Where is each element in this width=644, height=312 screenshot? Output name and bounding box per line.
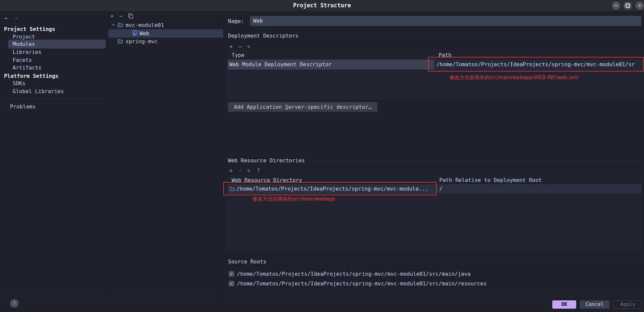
web-facet-icon: [132, 30, 138, 36]
web-resource-directories-title: Web Resource Directories: [228, 157, 305, 164]
annotation-box-directory: [223, 182, 437, 195]
close-icon: ✕: [638, 3, 641, 8]
dd-col-type[interactable]: Type: [232, 51, 245, 60]
sidebar-item-global-libraries[interactable]: Global Libraries: [13, 88, 64, 95]
wrd-edit-icon[interactable]: ✎: [247, 167, 250, 174]
apply-button[interactable]: Apply: [613, 300, 642, 309]
tree-item-web[interactable]: Web: [140, 30, 149, 37]
sidebar-item-sdks[interactable]: SDKs: [13, 80, 26, 87]
sidebar-item-modules[interactable]: Modules: [13, 41, 35, 48]
sidebar-item-artifacts[interactable]: Artifacts: [13, 64, 42, 72]
source-root-checkbox[interactable]: ✔: [229, 271, 234, 277]
back-arrow-icon[interactable]: ←: [5, 15, 8, 21]
wrd-col-path[interactable]: Path Relative to Deployment Root: [439, 176, 542, 184]
add-app-server-descriptor-button[interactable]: Add Application Server-specific descript…: [228, 102, 377, 112]
module-icon: [118, 22, 123, 28]
wrd-add-icon[interactable]: +: [229, 167, 233, 174]
section-platform-settings: Platform Settings: [4, 73, 58, 79]
source-root-checkbox[interactable]: ✔: [229, 281, 234, 286]
tree-remove-icon[interactable]: −: [119, 13, 123, 19]
source-root-path-java: /home/Tomatos/Projects/IdeaProjects/spri…: [237, 271, 471, 277]
sidebar-divider: [108, 11, 108, 312]
dd-row-type-cell[interactable]: Web Module Deployment Descriptor: [228, 60, 434, 70]
module-icon: [118, 38, 123, 44]
minimize-icon: −: [615, 3, 617, 8]
dd-remove-icon[interactable]: −: [238, 43, 242, 50]
chevron-down-icon[interactable]: [112, 24, 115, 26]
tree-item-mvc-module01[interactable]: mvc-module01: [126, 22, 164, 29]
maximize-button[interactable]: [624, 2, 632, 10]
maximize-icon: [626, 4, 630, 8]
deployment-descriptors-title: Deployment Descriptors: [228, 33, 298, 39]
tree-selection-highlight: [108, 29, 223, 38]
annotation-box-path: [428, 57, 644, 72]
source-roots-title: Source Roots: [228, 258, 267, 265]
check-icon: ✔: [230, 271, 233, 276]
title-bar: Project Structure − ✕: [0, 0, 644, 12]
section-project-settings: Project Settings: [4, 26, 55, 33]
tree-toolbar-separator: [108, 21, 223, 21]
sidebar-item-project[interactable]: Project: [13, 33, 35, 41]
forward-arrow-icon[interactable]: →: [14, 15, 17, 21]
check-icon: ✔: [230, 281, 233, 286]
name-value: Web: [253, 18, 263, 24]
ok-button[interactable]: OK: [552, 300, 576, 309]
sidebar-item-facets[interactable]: Facets: [13, 57, 32, 64]
copy-icon[interactable]: [128, 13, 133, 19]
dd-edit-icon[interactable]: ✎: [247, 43, 250, 50]
web-resource-directories-rule: [311, 161, 641, 161]
wrd-row-path-cell[interactable]: /: [435, 184, 642, 194]
dialog-title: Project Structure: [0, 2, 644, 9]
wrd-remove-icon[interactable]: −: [238, 167, 242, 174]
source-roots-rule: [271, 262, 641, 262]
footer-separator: [0, 296, 644, 296]
question-icon: ?: [13, 301, 16, 306]
minimize-button[interactable]: −: [612, 2, 620, 10]
wrd-help-icon[interactable]: ?: [257, 167, 260, 174]
dd-add-icon[interactable]: +: [229, 43, 233, 50]
source-root-path-resources: /home/Tomatos/Projects/IdeaProjects/spri…: [237, 280, 486, 287]
annotation-text-webxml: 修改为当前模块的src/main/webapp/WEB-INF/web.xml: [450, 75, 578, 81]
deployment-descriptors-rule: [304, 36, 641, 36]
help-button[interactable]: ?: [10, 299, 19, 308]
name-label: Name:: [228, 18, 244, 25]
sidebar-separator: [4, 98, 104, 99]
sidebar-item-libraries[interactable]: Libraries: [13, 49, 42, 56]
project-structure-dialog: Project Structure − ✕ ← → Project Settin…: [0, 0, 644, 312]
annotation-text-webapp: 修改为当前模块的src/main/webapp: [253, 196, 335, 202]
tree-item-spring-mvc[interactable]: spring-mvc: [126, 38, 158, 45]
tree-divider: [223, 11, 224, 312]
cancel-button[interactable]: Cancel: [580, 300, 609, 309]
close-button[interactable]: ✕: [636, 2, 644, 10]
tree-add-icon[interactable]: +: [110, 13, 114, 19]
sidebar-item-problems[interactable]: Problems: [10, 103, 36, 110]
name-input[interactable]: Web: [250, 16, 641, 26]
